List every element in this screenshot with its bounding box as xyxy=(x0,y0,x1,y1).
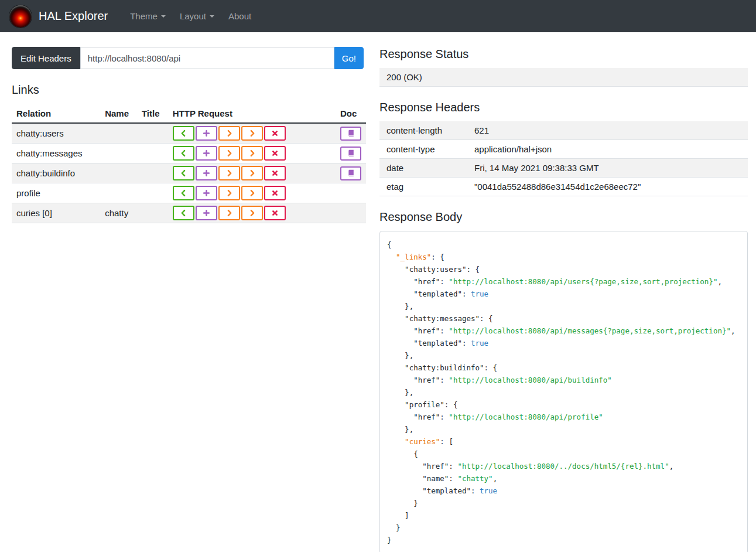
put-request-button[interactable] xyxy=(218,166,240,180)
table-row: chatty:users xyxy=(12,123,366,144)
json-code-line: } xyxy=(387,497,740,509)
edit-headers-button[interactable]: Edit Headers xyxy=(12,47,80,69)
chevron-right-icon xyxy=(248,189,256,197)
table-row: etag"0041da552488d86e31454d1c2e68eec72" xyxy=(379,178,748,196)
get-request-button[interactable] xyxy=(173,146,194,161)
doc-button[interactable] xyxy=(340,166,361,180)
table-row: chatty:messages xyxy=(12,144,366,163)
json-code-line: "profile": { xyxy=(387,398,740,411)
main-content: Edit Headers Go! Links RelationNameTitle… xyxy=(0,32,756,552)
app-brand[interactable]: HAL Explorer xyxy=(39,9,108,23)
link-name xyxy=(100,183,137,203)
link-name: chatty xyxy=(100,203,137,223)
links-table-header: RelationNameTitleHTTP RequestDoc xyxy=(12,104,366,123)
x-icon xyxy=(272,210,278,216)
link-title xyxy=(137,203,168,223)
response-headers-title: Response Headers xyxy=(379,101,748,114)
json-code-line: "href": "http://localhost:8080/../docs/h… xyxy=(387,460,740,472)
chevron-right-icon xyxy=(248,130,256,137)
patch-request-button[interactable] xyxy=(241,166,263,180)
table-row: content-length621 xyxy=(379,121,748,140)
header-name: etag xyxy=(379,178,467,196)
json-code-line: } xyxy=(387,534,740,546)
links-section-title: Links xyxy=(12,83,366,97)
go-button[interactable]: Go! xyxy=(334,47,364,69)
nav-item-layout[interactable]: Layout xyxy=(180,11,214,21)
patch-request-button[interactable] xyxy=(241,186,263,200)
x-icon xyxy=(272,130,278,137)
doc-cell xyxy=(336,144,366,163)
json-code-line: "templated": true xyxy=(387,485,740,497)
header-value: application/hal+json xyxy=(467,140,748,159)
header-name: content-type xyxy=(379,140,467,159)
response-status-title: Response Status xyxy=(379,47,748,61)
put-request-button[interactable] xyxy=(218,126,240,141)
chevron-left-icon xyxy=(180,130,187,137)
response-headers-table: content-length621content-typeapplication… xyxy=(379,121,748,196)
chevron-right-icon xyxy=(225,189,233,197)
nav-item-theme[interactable]: Theme xyxy=(130,11,166,21)
response-body-json: { "_links": { "chatty:users": { "href": … xyxy=(387,238,740,546)
link-name xyxy=(100,163,137,183)
links-table: RelationNameTitleHTTP RequestDoc chatty:… xyxy=(12,104,366,223)
patch-request-button[interactable] xyxy=(241,126,263,141)
patch-request-button[interactable] xyxy=(241,146,263,161)
json-code-line: "templated": true xyxy=(387,288,740,300)
delete-request-button[interactable] xyxy=(264,206,286,220)
delete-request-button[interactable] xyxy=(264,146,286,161)
chevron-left-icon xyxy=(180,209,187,217)
link-relation: profile xyxy=(12,183,100,203)
x-icon xyxy=(272,190,278,196)
request-bar: Edit Headers Go! xyxy=(12,47,364,69)
http-request-buttons xyxy=(168,123,336,144)
post-request-button[interactable] xyxy=(196,186,217,200)
response-status-value: 200 (OK) xyxy=(379,68,748,87)
chevron-left-icon xyxy=(180,169,187,177)
header-value: "0041da552488d86e31454d1c2e68eec72" xyxy=(467,178,748,196)
get-request-button[interactable] xyxy=(173,126,194,141)
post-request-button[interactable] xyxy=(196,166,217,180)
json-code-line: "href": "http://localhost:8080/api/build… xyxy=(387,374,740,386)
patch-request-button[interactable] xyxy=(241,206,263,220)
json-code-line: "href": "http://localhost:8080/api/users… xyxy=(387,275,740,288)
doc-button[interactable] xyxy=(340,127,361,141)
delete-request-button[interactable] xyxy=(264,186,286,200)
json-code-line: }, xyxy=(387,349,740,362)
post-request-button[interactable] xyxy=(196,146,217,161)
get-request-button[interactable] xyxy=(173,166,194,180)
put-request-button[interactable] xyxy=(218,186,240,200)
book-icon xyxy=(347,130,355,137)
chevron-right-icon xyxy=(225,149,233,157)
book-icon xyxy=(347,149,355,157)
link-relation: curies [0] xyxy=(12,203,100,223)
post-request-button[interactable] xyxy=(196,126,217,141)
delete-request-button[interactable] xyxy=(264,126,286,141)
table-row: dateFri, 14 May 2021 09:38:33 GMT xyxy=(379,159,748,178)
json-code-line: "chatty:users": { xyxy=(387,263,740,275)
header-name: content-length xyxy=(379,121,467,140)
link-name xyxy=(100,123,137,144)
request-and-links-panel: Edit Headers Go! Links RelationNameTitle… xyxy=(12,47,366,223)
plus-icon xyxy=(203,189,210,197)
doc-cell xyxy=(336,183,366,203)
json-code-line: "templated": true xyxy=(387,337,740,349)
delete-request-button[interactable] xyxy=(264,166,286,180)
chevron-left-icon xyxy=(180,149,187,157)
table-row: content-typeapplication/hal+json xyxy=(379,140,748,159)
put-request-button[interactable] xyxy=(218,146,240,161)
put-request-button[interactable] xyxy=(218,206,240,220)
table-row: curies [0]chatty xyxy=(12,203,366,223)
url-input[interactable] xyxy=(80,47,334,69)
link-relation: chatty:messages xyxy=(12,144,100,163)
doc-cell xyxy=(336,123,366,144)
nav-item-about[interactable]: About xyxy=(228,11,251,21)
chevron-right-icon xyxy=(248,169,256,177)
get-request-button[interactable] xyxy=(173,186,194,200)
response-body-title: Response Body xyxy=(379,210,748,224)
post-request-button[interactable] xyxy=(196,206,217,220)
get-request-button[interactable] xyxy=(173,206,194,220)
doc-button[interactable] xyxy=(340,146,361,161)
json-code-line: "href": "http://localhost:8080/api/messa… xyxy=(387,325,740,337)
json-code-line: ] xyxy=(387,509,740,522)
link-title xyxy=(137,123,168,144)
